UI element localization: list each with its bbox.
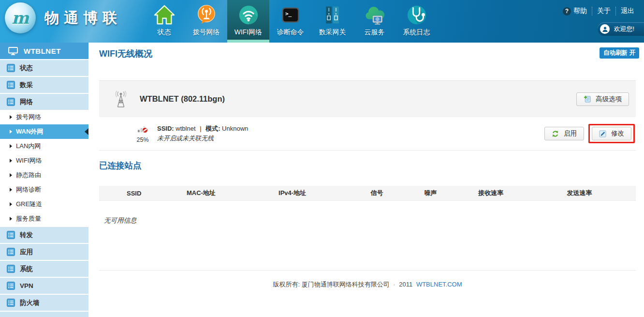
list-icon xyxy=(7,282,15,290)
connected-stations-title: 已连接站点 xyxy=(99,160,142,171)
device-name: WTBLNET xyxy=(24,47,61,55)
caret-right-icon xyxy=(10,144,12,148)
sidebar-item-lan[interactable]: LAN内网 xyxy=(0,139,88,153)
welcome-badge[interactable]: 欢迎您! xyxy=(598,22,644,36)
list-icon xyxy=(7,248,15,256)
top-header: m 物通博联 状态 xyxy=(0,0,644,43)
sidebar-item-data-acquisition[interactable]: 数采 xyxy=(0,76,88,93)
footer-link[interactable]: WTBLNET.COM xyxy=(416,281,462,288)
sidebar-item-firewall[interactable]: 防火墙 xyxy=(0,294,88,311)
header-links: ? 帮助 关于 退出 xyxy=(558,7,639,15)
edit-icon xyxy=(599,130,606,137)
svg-text:>_: >_ xyxy=(285,11,292,17)
modify-button[interactable]: 修改 xyxy=(592,127,631,140)
col-ipv4: IPv4-地址 xyxy=(233,189,351,197)
logout-link[interactable]: 退出 xyxy=(615,7,639,15)
tab-cloud-service[interactable]: 云服务 xyxy=(353,0,395,43)
caret-right-icon xyxy=(10,115,12,119)
col-rx-rate: 接收速率 xyxy=(459,189,523,197)
sidebar: WTBLNET 状态 数采 网络 拨号网络 WAN外网 LAN内网 WIF xyxy=(0,43,88,317)
ssid-mode-line: SSID: wtblnet | 模式: Unknown xyxy=(157,124,248,134)
wifi-status-text: 未开启或未关联无线 xyxy=(157,134,248,143)
help-icon: ? xyxy=(563,7,571,15)
sidebar-item-forwarding[interactable]: 转发 xyxy=(0,226,88,243)
list-icon xyxy=(7,64,15,72)
list-icon xyxy=(7,265,15,273)
caret-right-icon xyxy=(10,188,12,192)
connected-stations-table: SSID MAC-地址 IPv4-地址 信号 噪声 接收速率 发送速率 无可用信… xyxy=(99,186,636,225)
brand-name: 物通博联 xyxy=(44,8,122,28)
user-icon xyxy=(600,24,610,34)
ssid-info: SSID: wtblnet | 模式: Unknown 未开启或未关联无线 xyxy=(157,124,248,143)
router-admin-page: m 物通博联 状态 xyxy=(0,0,644,317)
sidebar-item-qos[interactable]: 服务质量 xyxy=(0,211,88,226)
refresh-icon xyxy=(552,130,559,137)
tab-data-gateway[interactable]: 数采网关 xyxy=(311,0,353,43)
tab-system-log[interactable]: 系统日志 xyxy=(395,0,438,43)
tab-wifi-network[interactable]: WIFI网络 xyxy=(227,0,269,43)
caret-right-icon xyxy=(10,159,12,163)
tab-dial-network[interactable]: 拨号网络 xyxy=(185,0,227,43)
footer-divider xyxy=(99,270,636,271)
col-ssid: SSID xyxy=(99,190,169,197)
caret-right-icon xyxy=(10,217,12,221)
logo-mark: m xyxy=(12,8,29,28)
sidebar-item-network-diagnosis[interactable]: 网络诊断 xyxy=(0,182,88,197)
caret-right-icon xyxy=(10,202,12,206)
sidebar-item-vpn[interactable]: VPN xyxy=(0,277,88,294)
col-signal: 信号 xyxy=(351,189,402,197)
terminal-icon: >_ xyxy=(280,3,301,27)
main-content: WIFI无线概况 自动刷新 开 WTBLNET (802.11bgn) xyxy=(88,43,644,317)
dial-network-icon xyxy=(195,3,218,27)
footer: 版权所有: 厦门物通博联网络科技有限公司 · 2011 WTBLNET.COM xyxy=(99,280,636,289)
cloud-icon xyxy=(364,3,386,27)
antenna-icon xyxy=(113,90,129,108)
list-icon xyxy=(7,231,15,239)
wifi-panel-header: WTBLNET (802.11bgn) 高级选项 xyxy=(99,80,636,117)
sidebar-item-wifi-network[interactable]: WIFI网络 xyxy=(0,153,88,168)
footer-year: 2011 xyxy=(399,281,412,288)
sidebar-item-system[interactable]: 系统 xyxy=(0,260,88,277)
welcome-text: 欢迎您! xyxy=(614,25,634,33)
signal-percent: 25% xyxy=(134,136,151,143)
sidebar-item-dial-network[interactable]: 拨号网络 xyxy=(0,110,88,124)
sidebar-item-applications[interactable]: 应用 xyxy=(0,243,88,260)
enable-button[interactable]: 启用 xyxy=(544,127,584,140)
monitor-icon xyxy=(8,47,18,55)
sidebar-item-status[interactable]: 状态 xyxy=(0,59,88,76)
brand-logo: m 物通博联 xyxy=(5,2,122,33)
empty-table-message: 无可用信息 xyxy=(104,216,636,225)
auto-refresh-toggle[interactable]: 自动刷新 开 xyxy=(600,47,639,59)
tab-diagnostic-command[interactable]: >_ 诊断命令 xyxy=(269,0,311,43)
sidebar-filler xyxy=(0,311,88,317)
advanced-options-button[interactable]: 高级选项 xyxy=(576,92,629,106)
page-plus-icon xyxy=(584,95,591,103)
sidebar-item-static-route[interactable]: 静态路由 xyxy=(0,168,88,182)
list-icon xyxy=(7,299,15,307)
wifi-icon xyxy=(237,3,260,27)
signal-block: 25% xyxy=(134,124,151,143)
table-header-row: SSID MAC-地址 IPv4-地址 信号 噪声 接收速率 发送速率 xyxy=(99,186,636,201)
network-title: WTBLNET (802.11bgn) xyxy=(140,94,225,104)
list-icon xyxy=(7,81,15,89)
gateway-icon xyxy=(322,3,343,27)
col-noise: 噪声 xyxy=(402,189,459,197)
highlight-annotation: 修改 xyxy=(588,124,635,143)
footer-separator: · xyxy=(393,281,395,288)
sidebar-item-wan[interactable]: WAN外网 xyxy=(0,124,88,139)
col-tx-rate: 发送速率 xyxy=(523,189,636,197)
caret-right-icon xyxy=(10,130,12,134)
main-nav: 状态 拨号网络 xyxy=(143,0,438,43)
syslog-icon xyxy=(406,3,428,27)
help-link[interactable]: ? 帮助 xyxy=(558,7,592,15)
wifi-ssid-row: 25% SSID: wtblnet | 模式: Unknown 未开启或未关联无… xyxy=(99,117,636,151)
wifi-action-buttons: 启用 修改 xyxy=(544,124,635,143)
copyright-text: 版权所有: 厦门物通博联网络科技有限公司 xyxy=(273,281,389,288)
sidebar-item-gre-tunnel[interactable]: GRE隧道 xyxy=(0,197,88,211)
signal-disabled-icon xyxy=(137,124,148,134)
sidebar-item-network[interactable]: 网络 xyxy=(0,93,88,110)
col-mac: MAC-地址 xyxy=(169,189,233,197)
about-link[interactable]: 关于 xyxy=(592,7,615,15)
home-icon xyxy=(153,3,176,27)
tab-status[interactable]: 状态 xyxy=(143,0,185,43)
